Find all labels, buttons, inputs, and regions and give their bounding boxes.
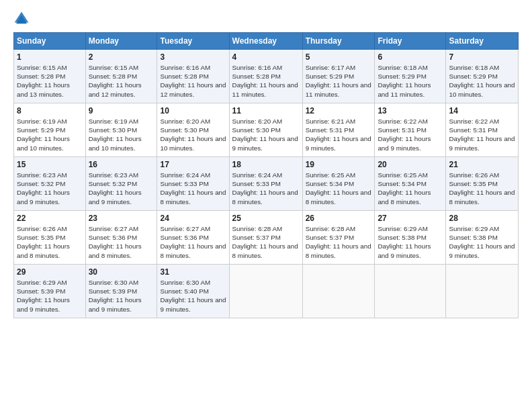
day-info: Sunrise: 6:26 AMSunset: 5:35 PMDaylight:… — [449, 171, 515, 205]
day-number: 6 — [378, 52, 443, 62]
calendar-cell: 25 Sunrise: 6:28 AMSunset: 5:37 PMDaylig… — [229, 211, 302, 265]
day-info: Sunrise: 6:20 AMSunset: 5:30 PMDaylight:… — [232, 118, 298, 152]
calendar-cell: 2 Sunrise: 6:15 AMSunset: 5:28 PMDayligh… — [85, 50, 157, 103]
day-number: 7 — [449, 52, 515, 62]
day-info: Sunrise: 6:28 AMSunset: 5:37 PMDaylight:… — [232, 225, 298, 259]
day-number: 11 — [232, 106, 300, 116]
day-info: Sunrise: 6:25 AMSunset: 5:34 PMDaylight:… — [306, 171, 371, 205]
page-container: SundayMondayTuesdayWednesdayThursdayFrid… — [0, 0, 532, 325]
day-info: Sunrise: 6:29 AMSunset: 5:38 PMDaylight:… — [449, 225, 515, 259]
day-number: 31 — [160, 267, 226, 277]
day-info: Sunrise: 6:15 AMSunset: 5:28 PMDaylight:… — [17, 64, 70, 98]
calendar-cell: 26 Sunrise: 6:28 AMSunset: 5:37 PMDaylig… — [302, 211, 375, 265]
calendar-cell: 10 Sunrise: 6:20 AMSunset: 5:30 PMDaylig… — [157, 103, 229, 157]
day-number: 30 — [89, 267, 154, 277]
calendar-week-row: 22 Sunrise: 6:26 AMSunset: 5:35 PMDaylig… — [14, 211, 519, 265]
calendar-cell: 29 Sunrise: 6:29 AMSunset: 5:39 PMDaylig… — [14, 265, 86, 318]
day-number: 26 — [306, 214, 372, 223]
day-info: Sunrise: 6:22 AMSunset: 5:31 PMDaylight:… — [378, 118, 431, 152]
calendar-weekday-saturday: Saturday — [446, 33, 519, 50]
day-info: Sunrise: 6:27 AMSunset: 5:36 PMDaylight:… — [89, 225, 142, 259]
day-number: 12 — [306, 106, 372, 116]
day-number: 22 — [17, 214, 83, 223]
day-number: 27 — [378, 214, 443, 223]
calendar-cell: 28 Sunrise: 6:29 AMSunset: 5:38 PMDaylig… — [446, 211, 519, 265]
day-info: Sunrise: 6:24 AMSunset: 5:33 PMDaylight:… — [232, 171, 298, 205]
day-info: Sunrise: 6:30 AMSunset: 5:39 PMDaylight:… — [89, 279, 142, 313]
calendar-cell: 16 Sunrise: 6:23 AMSunset: 5:32 PMDaylig… — [85, 157, 157, 211]
day-info: Sunrise: 6:27 AMSunset: 5:36 PMDaylight:… — [160, 225, 226, 259]
day-number: 20 — [378, 160, 443, 169]
calendar-cell: 3 Sunrise: 6:16 AMSunset: 5:28 PMDayligh… — [157, 50, 229, 103]
calendar-week-row: 8 Sunrise: 6:19 AMSunset: 5:29 PMDayligh… — [14, 103, 519, 157]
day-info: Sunrise: 6:22 AMSunset: 5:31 PMDaylight:… — [449, 118, 515, 152]
day-info: Sunrise: 6:29 AMSunset: 5:39 PMDaylight:… — [17, 279, 70, 313]
day-number: 15 — [17, 160, 83, 169]
calendar-cell: 22 Sunrise: 6:26 AMSunset: 5:35 PMDaylig… — [14, 211, 86, 265]
day-number: 19 — [306, 160, 372, 169]
calendar-cell: 5 Sunrise: 6:17 AMSunset: 5:29 PMDayligh… — [302, 50, 375, 103]
logo-icon — [13, 11, 30, 27]
day-number: 23 — [89, 214, 154, 223]
calendar-week-row: 29 Sunrise: 6:29 AMSunset: 5:39 PMDaylig… — [14, 265, 519, 318]
day-number: 3 — [160, 52, 226, 62]
calendar-cell — [229, 265, 302, 318]
calendar-cell: 9 Sunrise: 6:19 AMSunset: 5:30 PMDayligh… — [85, 103, 157, 157]
calendar-cell: 8 Sunrise: 6:19 AMSunset: 5:29 PMDayligh… — [14, 103, 86, 157]
day-info: Sunrise: 6:21 AMSunset: 5:31 PMDaylight:… — [306, 118, 371, 152]
calendar-cell: 17 Sunrise: 6:24 AMSunset: 5:33 PMDaylig… — [157, 157, 229, 211]
day-info: Sunrise: 6:16 AMSunset: 5:28 PMDaylight:… — [160, 64, 226, 98]
day-info: Sunrise: 6:23 AMSunset: 5:32 PMDaylight:… — [17, 171, 70, 205]
day-number: 4 — [232, 52, 300, 62]
calendar-weekday-sunday: Sunday — [14, 33, 86, 50]
day-number: 24 — [160, 214, 226, 223]
day-number: 18 — [232, 160, 300, 169]
calendar-cell — [375, 265, 446, 318]
day-number: 16 — [89, 160, 154, 169]
day-number: 14 — [449, 106, 515, 116]
day-info: Sunrise: 6:19 AMSunset: 5:29 PMDaylight:… — [17, 118, 70, 152]
calendar-cell: 24 Sunrise: 6:27 AMSunset: 5:36 PMDaylig… — [157, 211, 229, 265]
day-number: 2 — [89, 52, 154, 62]
header — [13, 11, 519, 27]
day-info: Sunrise: 6:29 AMSunset: 5:38 PMDaylight:… — [378, 225, 431, 259]
calendar-header-row: SundayMondayTuesdayWednesdayThursdayFrid… — [14, 33, 519, 50]
day-info: Sunrise: 6:19 AMSunset: 5:30 PMDaylight:… — [89, 118, 142, 152]
day-number: 8 — [17, 106, 83, 116]
day-number: 28 — [449, 214, 515, 223]
calendar-cell: 19 Sunrise: 6:25 AMSunset: 5:34 PMDaylig… — [302, 157, 375, 211]
day-info: Sunrise: 6:17 AMSunset: 5:29 PMDaylight:… — [306, 64, 371, 98]
day-info: Sunrise: 6:25 AMSunset: 5:34 PMDaylight:… — [378, 171, 431, 205]
calendar-cell: 11 Sunrise: 6:20 AMSunset: 5:30 PMDaylig… — [229, 103, 302, 157]
calendar-cell: 15 Sunrise: 6:23 AMSunset: 5:32 PMDaylig… — [14, 157, 86, 211]
calendar-week-row: 15 Sunrise: 6:23 AMSunset: 5:32 PMDaylig… — [14, 157, 519, 211]
calendar-cell: 7 Sunrise: 6:18 AMSunset: 5:29 PMDayligh… — [446, 50, 519, 103]
day-info: Sunrise: 6:23 AMSunset: 5:32 PMDaylight:… — [89, 171, 142, 205]
calendar-cell: 4 Sunrise: 6:16 AMSunset: 5:28 PMDayligh… — [229, 50, 302, 103]
calendar-cell — [446, 265, 519, 318]
day-info: Sunrise: 6:26 AMSunset: 5:35 PMDaylight:… — [17, 225, 70, 259]
day-info: Sunrise: 6:20 AMSunset: 5:30 PMDaylight:… — [160, 118, 226, 152]
calendar-cell: 23 Sunrise: 6:27 AMSunset: 5:36 PMDaylig… — [85, 211, 157, 265]
day-number: 9 — [89, 106, 154, 116]
calendar-table: SundayMondayTuesdayWednesdayThursdayFrid… — [13, 32, 519, 318]
day-number: 29 — [17, 267, 83, 277]
day-info: Sunrise: 6:30 AMSunset: 5:40 PMDaylight:… — [160, 279, 226, 313]
day-number: 1 — [17, 52, 83, 62]
calendar-weekday-tuesday: Tuesday — [157, 33, 229, 50]
calendar-cell: 1 Sunrise: 6:15 AMSunset: 5:28 PMDayligh… — [14, 50, 86, 103]
calendar-cell: 20 Sunrise: 6:25 AMSunset: 5:34 PMDaylig… — [375, 157, 446, 211]
calendar-cell — [302, 265, 375, 318]
day-info: Sunrise: 6:18 AMSunset: 5:29 PMDaylight:… — [449, 64, 515, 98]
day-number: 25 — [232, 214, 300, 223]
calendar-cell: 12 Sunrise: 6:21 AMSunset: 5:31 PMDaylig… — [302, 103, 375, 157]
calendar-cell: 27 Sunrise: 6:29 AMSunset: 5:38 PMDaylig… — [375, 211, 446, 265]
calendar-weekday-wednesday: Wednesday — [229, 33, 302, 50]
calendar-cell: 13 Sunrise: 6:22 AMSunset: 5:31 PMDaylig… — [375, 103, 446, 157]
calendar-cell: 31 Sunrise: 6:30 AMSunset: 5:40 PMDaylig… — [157, 265, 229, 318]
calendar-weekday-thursday: Thursday — [302, 33, 375, 50]
day-info: Sunrise: 6:16 AMSunset: 5:28 PMDaylight:… — [232, 64, 298, 98]
calendar-week-row: 1 Sunrise: 6:15 AMSunset: 5:28 PMDayligh… — [14, 50, 519, 103]
day-info: Sunrise: 6:24 AMSunset: 5:33 PMDaylight:… — [160, 171, 226, 205]
calendar-weekday-friday: Friday — [375, 33, 446, 50]
